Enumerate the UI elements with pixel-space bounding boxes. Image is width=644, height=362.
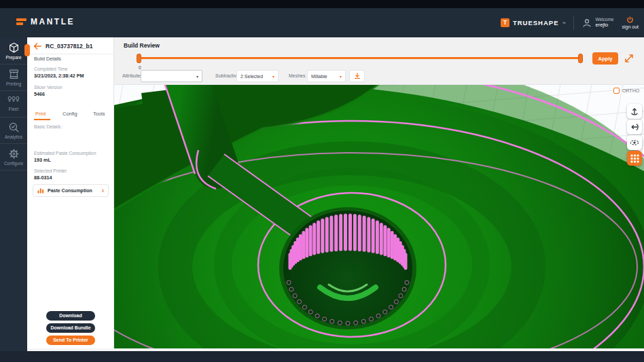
sidebar-item-configure[interactable]: Configure (0, 145, 27, 170)
attributes-label: Attributes (122, 70, 143, 82)
meshes-label: Meshes (289, 70, 306, 82)
sidebar-separator (0, 143, 27, 144)
rotate-vertical-icon (630, 107, 639, 116)
bore-cavity (283, 211, 412, 326)
mantle-logo: MANTLE (16, 17, 75, 26)
header-divider (573, 16, 574, 30)
slider-min-value: 0 (139, 65, 141, 70)
sidebar-separator (0, 90, 27, 91)
download-button[interactable]: Download (46, 311, 95, 321)
layer-slider-track[interactable] (139, 57, 583, 59)
grid-icon (630, 154, 639, 163)
completed-time-value: 3/21/2023, 2:38:42 PM (34, 73, 84, 79)
active-tab-underline (34, 119, 50, 120)
rotate-horizontal-button[interactable] (627, 120, 642, 134)
slider-handle-right[interactable] (578, 54, 583, 63)
sidebar-item-printing[interactable]: Printing (0, 65, 27, 91)
bar-chart-icon (37, 187, 44, 194)
active-nav-indicator (24, 44, 30, 56)
download-icon (353, 72, 361, 80)
cube-icon (8, 42, 20, 54)
chevron-down-icon: ▾ (196, 74, 198, 79)
mantle-logo-icon (16, 18, 26, 25)
brand-name: MANTLE (31, 17, 75, 26)
paste-row-label: Paste Consumption (48, 188, 99, 193)
build-review-toolbar: Build Review 0 Apply Attributes ▾ Subtra… (114, 37, 644, 85)
build-details-panel: RC_03737812_b1 Build Details Completed T… (27, 37, 114, 348)
trueshape-logo: T TRUESHAPE ™ (501, 18, 566, 27)
subtractive-dropdown[interactable]: 2 Selected ▾ (236, 70, 279, 82)
tab-print[interactable]: Print (35, 111, 46, 117)
printer-icon (8, 69, 20, 80)
download-bundle-button[interactable]: Download Bundle (46, 323, 95, 333)
gear-icon (8, 148, 20, 160)
trademark-symbol: ™ (562, 21, 565, 25)
user-info: Welcome erejto (582, 17, 613, 28)
selected-printer-label: Selected Printer (34, 168, 67, 173)
build-details-label: Build Details (34, 56, 61, 62)
completed-time-label: Completed Time (34, 67, 68, 71)
expand-icon[interactable] (624, 53, 634, 64)
send-to-printer-button[interactable]: Send To Printer (46, 336, 95, 345)
sign-out-label: sign out (622, 24, 639, 29)
ortho-toggle: ORTHO (613, 88, 639, 94)
orbit-icon (630, 138, 639, 147)
download-view-button[interactable] (349, 70, 365, 82)
basic-details-label: Basic Details : (34, 124, 63, 129)
panel-header: RC_03737812_b1 (27, 37, 114, 54)
ortho-checkbox[interactable] (613, 88, 620, 94)
app-window: MANTLE T TRUESHAPE ™ Welcome erejto (0, 0, 644, 362)
sign-out-button[interactable]: sign out (622, 16, 639, 29)
orbit-view-button[interactable] (627, 135, 642, 150)
trueshape-logo-icon: T (501, 18, 509, 27)
chevron-down-icon: ▾ (272, 74, 274, 79)
chevron-right-icon: › (102, 187, 104, 194)
analytics-icon (8, 122, 20, 133)
tab-config[interactable]: Config (62, 111, 77, 117)
paste-consumption-row[interactable]: Paste Consumption › (33, 184, 109, 197)
model-viewport: ORTHO (114, 85, 644, 348)
build-title: RC_03737812_b1 (46, 43, 92, 50)
apply-button[interactable]: Apply (592, 52, 618, 65)
sidebar-item-prepare[interactable]: Prepare (0, 39, 27, 65)
subtractive-label: Subtractive (215, 70, 239, 82)
tab-tools[interactable]: Tools (93, 111, 105, 117)
attributes-dropdown[interactable]: ▾ (141, 70, 202, 82)
product-name: TRUESHAPE (513, 19, 559, 26)
grid-view-button[interactable] (627, 151, 642, 166)
sidebar-item-analytics[interactable]: Analytics (0, 118, 27, 144)
slicer-version-value: 5466 (34, 91, 45, 97)
back-arrow-icon[interactable] (33, 41, 42, 51)
meshes-dropdown[interactable]: Millable ▾ (307, 70, 346, 82)
ortho-label: ORTHO (622, 88, 639, 93)
build-review-title: Build Review (124, 42, 160, 49)
nav-sidebar: Prepare Printing Fleet (0, 37, 27, 351)
paste-consumption-value: 193 mL (34, 157, 51, 163)
slider-handle-left[interactable] (137, 54, 141, 63)
username: erejto (595, 22, 613, 29)
selected-printer-value: 88-0314 (34, 175, 52, 181)
slicer-version-label: Slicer Version (34, 85, 62, 90)
fleet-icon (7, 95, 20, 105)
top-bar: MANTLE T TRUESHAPE ™ Welcome erejto (0, 8, 644, 37)
user-icon (582, 18, 592, 28)
bottom-bar (0, 351, 644, 362)
3d-model-canvas[interactable] (114, 85, 644, 348)
rotate-horizontal-icon (630, 122, 639, 132)
sidebar-item-fleet[interactable]: Fleet (0, 92, 27, 117)
power-icon (626, 16, 634, 24)
sidebar-separator (0, 64, 27, 65)
chevron-down-icon: ▾ (340, 74, 342, 79)
rotate-vertical-button[interactable] (627, 104, 642, 119)
paste-consumption-label: Estimated Paste Consumption (34, 151, 96, 156)
sidebar-separator (0, 117, 27, 117)
sidebar-separator (0, 170, 27, 170)
